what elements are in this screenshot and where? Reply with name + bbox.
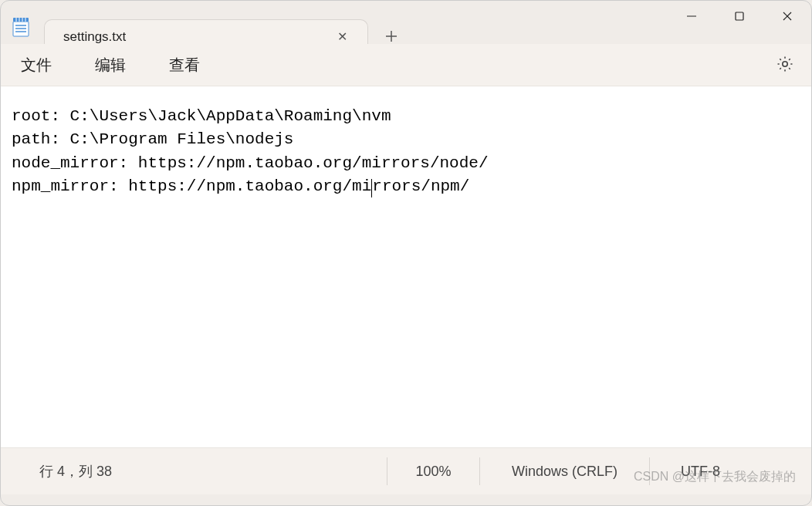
editor-line-4b: rrors/npm/ bbox=[372, 177, 469, 195]
svg-point-15 bbox=[783, 61, 787, 66]
window-controls bbox=[668, 1, 811, 32]
statusbar: 行 4，列 38 100% Windows (CRLF) UTF-8 bbox=[1, 448, 811, 494]
titlebar: settings.txt ✕ bbox=[1, 1, 811, 44]
menu-file[interactable]: 文件 bbox=[13, 50, 59, 80]
svg-rect-0 bbox=[13, 18, 29, 22]
notepad-icon bbox=[10, 16, 32, 38]
svg-rect-12 bbox=[736, 12, 743, 20]
text-editor[interactable]: root: C:\Users\Jack\AppData\Roaming\nvm … bbox=[1, 86, 811, 448]
editor-line-2: path: C:\Program Files\nodejs bbox=[12, 130, 293, 148]
editor-line-3: node_mirror: https://npm.taobao.org/mirr… bbox=[12, 154, 489, 172]
maximize-icon bbox=[734, 11, 745, 22]
editor-line-1: root: C:\Users\Jack\AppData\Roaming\nvm bbox=[12, 107, 391, 125]
menu-view[interactable]: 查看 bbox=[161, 50, 208, 80]
close-icon bbox=[782, 11, 793, 22]
status-eol[interactable]: Windows (CRLF) bbox=[479, 457, 649, 485]
menubar: 文件 编辑 查看 bbox=[1, 44, 811, 86]
minimize-button[interactable] bbox=[668, 1, 716, 32]
minimize-icon bbox=[686, 11, 697, 22]
status-zoom[interactable]: 100% bbox=[387, 457, 479, 485]
tab-title: settings.txt bbox=[63, 29, 126, 45]
menu-edit[interactable]: 编辑 bbox=[87, 50, 134, 80]
gear-icon bbox=[776, 55, 794, 73]
status-encoding[interactable]: UTF-8 bbox=[649, 457, 788, 485]
close-button[interactable] bbox=[763, 1, 811, 32]
settings-button[interactable] bbox=[771, 50, 799, 81]
maximize-button[interactable] bbox=[716, 1, 763, 32]
editor-line-4a: npm_mirror: https://npm.taobao.org/mi bbox=[12, 177, 371, 195]
app-icon bbox=[10, 16, 32, 38]
status-position[interactable]: 行 4，列 38 bbox=[24, 457, 387, 485]
plus-icon bbox=[385, 30, 398, 42]
